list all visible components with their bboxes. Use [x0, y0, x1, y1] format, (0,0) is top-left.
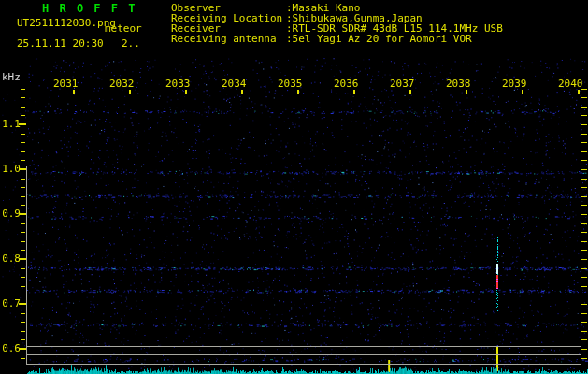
meter-divider-line [26, 354, 581, 355]
time-axis-tick [241, 90, 243, 94]
right-edge-tick [581, 179, 587, 180]
right-edge-tick [581, 107, 587, 108]
time-axis-tick [129, 90, 131, 94]
right-edge-tick [581, 214, 587, 215]
time-axis-label: 2031 [53, 79, 78, 89]
time-axis-label: 2032 [109, 79, 134, 89]
right-edge-tick [581, 196, 587, 197]
freq-axis-minor-tick [21, 89, 25, 90]
right-edge-tick [581, 134, 587, 135]
right-edge-tick [581, 313, 587, 314]
right-edge-tick [581, 223, 587, 224]
info-label: Receiving antenna [171, 34, 277, 44]
freq-axis-minor-tick [21, 313, 25, 314]
freq-axis-minor-tick [21, 179, 25, 180]
right-edge-tick [581, 268, 587, 269]
freq-axis-minor-tick [21, 339, 25, 340]
time-axis-tick [522, 90, 523, 94]
freq-axis-minor-tick [21, 232, 25, 233]
right-edge-tick [581, 142, 587, 143]
right-edge-tick [581, 160, 587, 161]
freq-axis-minor-tick [21, 223, 25, 224]
time-axis-label: 2035 [278, 79, 302, 89]
time-axis-label: 2033 [165, 79, 190, 89]
freq-axis-minor-tick [21, 295, 25, 295]
right-edge-tick [581, 124, 587, 125]
time-axis-label: 2034 [222, 79, 246, 89]
freq-axis-minor-tick [21, 277, 25, 278]
freq-axis-minor-tick [21, 205, 25, 206]
right-edge-tick [581, 259, 587, 260]
right-edge-tick [581, 169, 587, 170]
right-edge-tick [581, 241, 587, 242]
freq-axis-label: 0.9 [0, 209, 21, 219]
freq-axis-label: 0.6 [0, 343, 21, 353]
freq-unit-label: kHz [2, 72, 21, 82]
spectrogram-canvas [0, 0, 588, 374]
time-axis-label: 2036 [334, 79, 358, 89]
freq-axis-minor-tick [21, 160, 25, 161]
freq-axis-label: 0.7 [0, 298, 21, 309]
right-edge-tick [581, 331, 587, 332]
freq-axis-label: 1.0 [0, 164, 21, 174]
time-axis-label: 2039 [502, 79, 526, 89]
right-edge-tick [581, 205, 587, 206]
freq-axis-minor-tick [21, 331, 25, 332]
right-edge-tick [581, 250, 587, 251]
freq-axis-minor-tick [21, 115, 25, 116]
freq-axis-minor-tick [21, 241, 25, 242]
time-axis-tick [409, 90, 411, 94]
freq-axis-minor-tick [21, 107, 25, 108]
app-title: H R O F F T [42, 4, 136, 14]
right-edge-tick [581, 349, 587, 350]
time-axis-label: 2040 [558, 79, 582, 89]
echo-counter: 2.. [122, 38, 140, 49]
right-edge-tick [581, 304, 587, 305]
right-edge-tick [581, 277, 587, 278]
freq-axis-minor-tick [21, 268, 25, 269]
station-label: meteor [105, 23, 142, 34]
filename-label: UT2511112030.png [17, 18, 116, 28]
freq-axis-minor-tick [21, 142, 25, 143]
time-axis-tick [578, 90, 580, 94]
right-edge-tick [581, 97, 587, 98]
right-edge-tick [581, 232, 587, 233]
time-axis-tick [297, 90, 299, 94]
freq-axis-minor-tick [21, 151, 25, 152]
time-axis-label: 2038 [446, 79, 470, 89]
right-edge-tick [581, 115, 587, 116]
plot-bottom-line [26, 346, 581, 347]
right-edge-tick [581, 151, 587, 152]
time-axis-tick [73, 90, 75, 94]
freq-axis-minor-tick [21, 322, 25, 323]
time-axis-tick [353, 90, 355, 94]
hrofft-screen: H R O F F T UT2511112030.png meteor 25.1… [0, 0, 588, 374]
freq-axis-minor-tick [21, 358, 25, 359]
right-edge-tick [581, 295, 587, 295]
right-edge-tick [581, 286, 587, 287]
right-edge-tick [581, 339, 587, 340]
freq-axis-minor-tick [21, 196, 25, 197]
freq-axis-minor-tick [21, 134, 25, 135]
datetime-label: 25.11.11 20:30 [17, 38, 104, 49]
time-axis-tick [466, 90, 467, 94]
right-edge-tick [581, 187, 587, 188]
right-edge-tick [581, 322, 587, 323]
info-value: :5el Yagi Az 20 for Aomori VOR [286, 34, 472, 44]
freq-axis-minor-tick [21, 250, 25, 251]
freq-axis-label: 1.1 [0, 119, 21, 129]
freq-axis-minor-tick [21, 97, 25, 98]
plot-left-border [26, 166, 27, 364]
freq-axis-minor-tick [21, 286, 25, 287]
time-axis-tick [185, 90, 187, 94]
time-axis-label: 2037 [390, 79, 414, 89]
right-edge-tick [581, 358, 587, 359]
freq-axis-label: 0.8 [0, 253, 21, 264]
freq-axis-minor-tick [21, 187, 25, 188]
meter-bottom-line [26, 364, 581, 365]
